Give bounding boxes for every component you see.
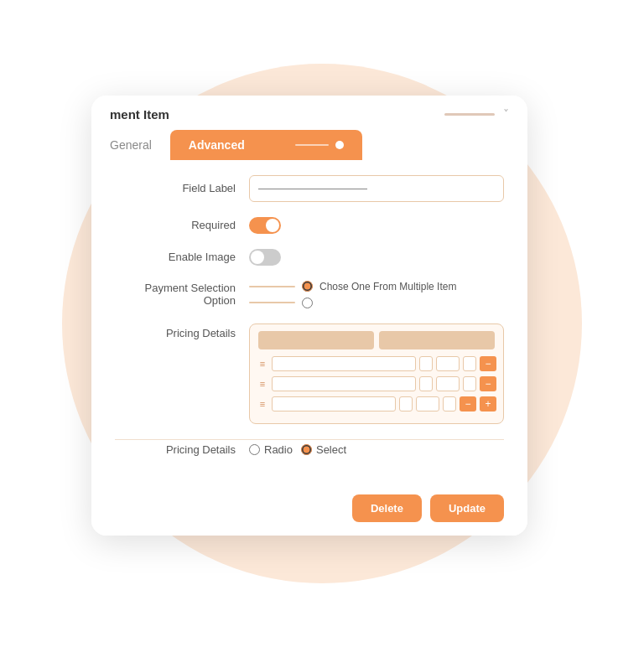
payment-option-1: Chose One From Multiple Item (249, 281, 456, 292)
card-title: ment Item (110, 107, 169, 122)
pricing-cell-1-1[interactable] (272, 356, 416, 371)
field-label-row: Field Label (115, 175, 504, 202)
enable-image-label: Enable Image (115, 251, 249, 263)
qty-plus-3[interactable]: + (443, 396, 456, 411)
payment-option-2 (249, 298, 456, 308)
pricing-type-row: Pricing Details Radio Select (115, 443, 504, 456)
delete-button[interactable]: Delete (352, 494, 422, 522)
qty-val-1[interactable] (436, 356, 460, 371)
field-label-label: Field Label (115, 182, 249, 194)
pricing-cell-3-1[interactable] (272, 396, 396, 411)
payment-selection-label: Payment Selection Option (115, 282, 249, 307)
qty-minus-1[interactable]: − (419, 356, 433, 371)
payment-selection-row: Payment Selection Option Chose One From … (115, 281, 504, 308)
payment-radio-other[interactable] (302, 298, 313, 308)
payment-option-wrap: Chose One From Multiple Item (249, 281, 456, 308)
action-row: Delete Update (91, 486, 527, 536)
header-line (444, 113, 495, 116)
enable-image-toggle[interactable] (249, 249, 281, 266)
qty-minus-3[interactable]: − (399, 396, 413, 411)
pricing-type-radio-text: Radio (264, 443, 293, 456)
pricing-type-radio-label[interactable]: Radio (249, 443, 293, 456)
tab-advanced[interactable]: Advanced (170, 130, 362, 160)
enable-image-toggle-wrap (249, 249, 281, 266)
modal-card: ment Item ˅ General Advanced Field Label… (91, 96, 527, 536)
pricing-type-select-text: Select (316, 443, 346, 456)
required-toggle-wrap (249, 217, 281, 234)
pricing-type-select-input[interactable] (301, 444, 312, 455)
pricing-type-options: Radio Select (249, 443, 346, 456)
pricing-type-radio-input[interactable] (249, 444, 260, 455)
row-delete-2[interactable]: − (480, 376, 496, 391)
row-handle-2: ≡ (257, 379, 268, 389)
required-label: Required (115, 219, 249, 231)
pricing-header-row (257, 331, 496, 349)
tab-general[interactable]: General (91, 130, 170, 160)
payment-option-label-1: Chose One From Multiple Item (319, 281, 456, 292)
row-handle-3: ≡ (257, 399, 268, 409)
enable-image-toggle-slider[interactable] (249, 249, 281, 266)
pricing-col-1-header (258, 331, 374, 349)
enable-image-row: Enable Image (115, 249, 504, 266)
required-toggle-slider[interactable] (249, 217, 281, 234)
row-handle-1: ≡ (257, 359, 268, 369)
radio-line-1 (249, 286, 295, 287)
pricing-data-row-2: ≡ − + − (257, 376, 496, 391)
pricing-details-row: Pricing Details ≡ − + − ≡ (115, 324, 504, 424)
pricing-col-2-header (379, 331, 495, 349)
chevron-down-icon[interactable]: ˅ (503, 107, 509, 121)
qty-minus-2[interactable]: − (419, 376, 433, 391)
row-delete-1[interactable]: − (480, 356, 496, 371)
required-toggle[interactable] (249, 217, 281, 234)
update-button[interactable]: Update (430, 494, 504, 522)
pricing-type-select-label[interactable]: Select (301, 443, 346, 456)
pricing-type-label: Pricing Details (115, 443, 249, 456)
payment-radio-chose-one[interactable] (302, 281, 313, 292)
pricing-cell-2-1[interactable] (272, 376, 416, 391)
radio-line-2 (249, 302, 295, 303)
form-body: Field Label Required Enable Image Paymen… (91, 160, 527, 486)
pricing-table: ≡ − + − ≡ − + − ≡ (249, 324, 504, 424)
tabs-bar: General Advanced (91, 130, 527, 160)
header-right: ˅ (444, 107, 509, 121)
pricing-data-row-1: ≡ − + − (257, 356, 496, 371)
pricing-details-table-label: Pricing Details (115, 324, 249, 339)
required-row: Required (115, 217, 504, 234)
pricing-data-row-3: ≡ − + − + (257, 396, 496, 411)
card-header: ment Item ˅ (91, 96, 527, 130)
field-label-input[interactable] (249, 175, 504, 202)
qty-plus-2[interactable]: + (463, 376, 476, 391)
qty-val-3[interactable] (416, 396, 439, 411)
qty-plus-1[interactable]: + (463, 356, 476, 371)
row-add-3[interactable]: + (480, 396, 496, 411)
tab-dot (335, 141, 344, 149)
form-divider (115, 439, 504, 440)
row-delete-3[interactable]: − (460, 396, 476, 411)
qty-val-2[interactable] (436, 376, 460, 391)
tab-toggle-area (295, 141, 344, 149)
tab-line (295, 144, 329, 146)
